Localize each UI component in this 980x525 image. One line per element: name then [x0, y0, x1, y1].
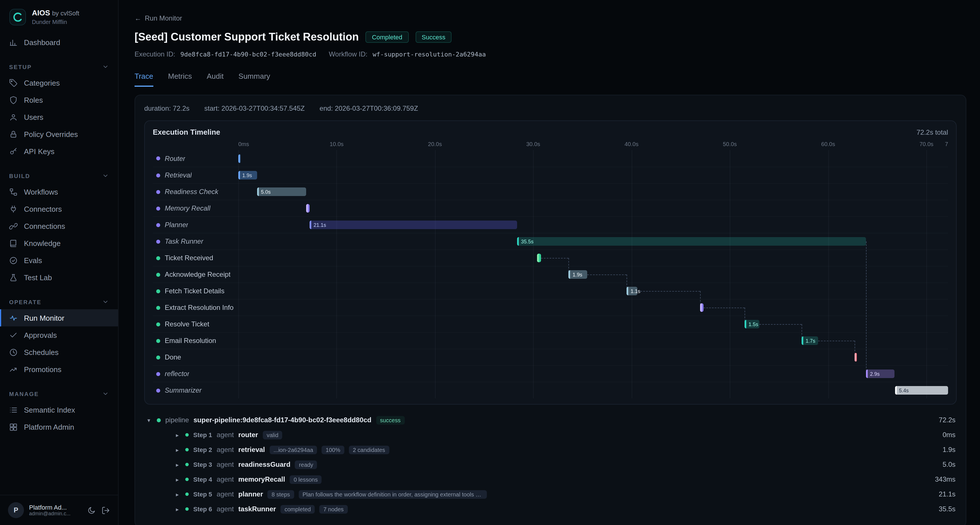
bar-duration-label: 35.5s — [517, 239, 534, 244]
timeline-bar-acknowledge-receipt[interactable]: 1.9s — [569, 270, 587, 279]
sidebar-item-knowledge[interactable]: Knowledge — [0, 235, 118, 252]
sidebar-item-approvals[interactable]: Approvals — [0, 326, 118, 343]
tab-audit[interactable]: Audit — [207, 72, 223, 87]
axis-tick: 70.0s — [920, 141, 934, 147]
node-dot — [156, 289, 160, 293]
step-row-memoryrecall[interactable]: ▸Step 4agentmemoryRecall0 lessons343ms — [145, 472, 956, 487]
sidebar-item-label: Approvals — [24, 331, 57, 339]
chevron-right-icon[interactable]: ▸ — [174, 476, 181, 482]
main-content: ← Run Monitor [Seed] Customer Support Ti… — [119, 0, 980, 525]
node-dot — [156, 306, 160, 310]
timeline-bar-router[interactable] — [238, 154, 240, 163]
chevron-right-icon[interactable]: ▸ — [174, 506, 181, 512]
ids-row: Execution ID: 9de8fca8-fd17-4b90-bc02-f3… — [135, 50, 966, 58]
timeline-bar-planner[interactable]: 21.1s — [310, 220, 517, 229]
sidebar-item-policy-overrides[interactable]: Policy Overrides — [0, 126, 118, 143]
pipeline-status-dot — [157, 418, 161, 422]
sidebar-section-title: SETUP — [9, 64, 32, 70]
pipeline-row[interactable]: ▾pipelinesuper-pipeline:9de8fca8-fd17-4b… — [145, 413, 956, 428]
sidebar-section-operate[interactable]: OPERATE — [0, 294, 118, 309]
bar-duration-label: 1.9s — [238, 172, 252, 178]
axis-tick: 10.0s — [329, 141, 344, 147]
sidebar-item-label: Schedules — [24, 348, 59, 356]
sidebar-section-build[interactable]: BUILD — [0, 168, 118, 183]
sidebar-item-users[interactable]: Users — [0, 109, 118, 126]
chevron-right-icon[interactable]: ▸ — [174, 447, 181, 453]
tab-summary[interactable]: Summary — [239, 72, 270, 87]
timeline-row-track: 35.5s — [238, 233, 948, 249]
chevron-right-icon[interactable]: ▸ — [174, 461, 181, 468]
sidebar-item-roles[interactable]: Roles — [0, 91, 118, 109]
timeline-row-label: Fetch Ticket Details — [153, 287, 238, 295]
timeline-row-label: Done — [153, 353, 238, 361]
timeline-bar-memory-recall[interactable] — [306, 204, 310, 212]
sidebar-item-categories[interactable]: Categories — [0, 74, 118, 91]
timeline-row-name: Done — [165, 353, 181, 361]
tab-metrics[interactable]: Metrics — [168, 72, 192, 87]
theme-toggle-moon-icon[interactable] — [87, 506, 96, 514]
sidebar-item-platform-admin[interactable]: Platform Admin — [0, 418, 118, 436]
sidebar-item-run-monitor[interactable]: Run Monitor — [0, 309, 118, 326]
sidebar-item-evals[interactable]: Evals — [0, 252, 118, 269]
timeline-bar-reflector[interactable]: 2.9s — [866, 370, 894, 378]
execution-id-value: 9de8fca8-fd17-4b90-bc02-f3eee8dd80cd — [180, 51, 317, 58]
timeline-bar-readiness-check[interactable]: 5.0s — [257, 187, 306, 196]
step-row-taskrunner[interactable]: ▸Step 6agenttaskRunnercompleted7 nodes35… — [145, 502, 956, 517]
user-card[interactable]: P Platform Ad... admin@admin.c... — [0, 495, 118, 525]
chevron-down-icon — [102, 63, 109, 70]
shield-icon — [9, 96, 18, 104]
timeline-bar-fetch-ticket-details[interactable]: 1.1s — [627, 287, 637, 295]
sidebar-item-label: Connections — [24, 222, 65, 230]
sidebar-item-api-keys[interactable]: API Keys — [0, 143, 118, 160]
chevron-down-icon[interactable]: ▾ — [145, 417, 152, 423]
sidebar-item-dashboard[interactable]: Dashboard — [0, 34, 118, 51]
agent-dot — [156, 156, 160, 160]
back-link-label: Run Monitor — [145, 14, 182, 22]
sidebar-item-label: Workflows — [24, 187, 58, 196]
trace-panel: duration: 72.2s start: 2026-03-27T00:34:… — [135, 95, 966, 525]
sidebar-item-semantic-index[interactable]: Semantic Index — [0, 401, 118, 418]
sidebar-item-promotions[interactable]: Promotions — [0, 361, 118, 378]
step-kind: agent — [216, 490, 234, 498]
tab-trace[interactable]: Trace — [135, 72, 153, 87]
step-duration: 21.1s — [939, 490, 956, 498]
sidebar-section-manage[interactable]: MANAGE — [0, 386, 118, 401]
timeline-row-label: Retrieval — [153, 171, 238, 179]
timeline-bar-retrieval[interactable]: 1.9s — [238, 171, 257, 179]
chevron-right-icon[interactable]: ▸ — [174, 491, 181, 497]
timeline-bar-done[interactable] — [854, 353, 857, 362]
sidebar-item-label: Dashboard — [24, 38, 60, 46]
axis-tick: 60.0s — [821, 141, 835, 147]
step-status-dot — [185, 433, 189, 437]
timeline-bar-task-runner[interactable]: 35.5s — [517, 237, 866, 246]
step-row-planner[interactable]: ▸Step 5agentplanner8 stepsPlan follows t… — [145, 487, 956, 502]
timeline-bar-extract-resolution-info[interactable] — [700, 303, 704, 312]
axis-tick: 20.0s — [428, 141, 442, 147]
app-root: AIOS by cvlSoft Dunder Mifflin Dashboard… — [0, 0, 980, 525]
step-badge: ready — [295, 460, 317, 469]
run-duration: duration: 72.2s — [144, 104, 189, 112]
axis-tick: 50.0s — [723, 141, 737, 147]
step-row-readinessguard[interactable]: ▸Step 3agentreadinessGuardready5.0s — [145, 457, 956, 472]
timeline-bar-email-resolution[interactable]: 1.7s — [802, 337, 818, 345]
agent-dot — [156, 206, 160, 210]
logout-icon[interactable] — [102, 506, 110, 514]
sidebar-item-label: Semantic Index — [24, 405, 75, 414]
sidebar-item-workflows[interactable]: Workflows — [0, 183, 118, 200]
run-start-time: start: 2026-03-27T00:34:57.545Z — [204, 104, 305, 112]
step-row-router[interactable]: ▸Step 1agentroutervalid0ms — [145, 428, 956, 442]
sidebar-section-setup[interactable]: SETUP — [0, 59, 118, 74]
sidebar-item-connections[interactable]: Connections — [0, 217, 118, 235]
trending-up-icon — [9, 365, 18, 373]
step-row-retrieval[interactable]: ▸Step 2agentretrieval...ion-2a6294aa100%… — [145, 442, 956, 457]
back-link[interactable]: ← Run Monitor — [135, 14, 182, 22]
sidebar-item-connectors[interactable]: Connectors — [0, 200, 118, 217]
sidebar-item-schedules[interactable]: Schedules — [0, 343, 118, 361]
check-circle-icon — [9, 256, 18, 265]
chevron-right-icon[interactable]: ▸ — [174, 432, 181, 438]
timeline-bar-resolve-ticket[interactable]: 1.5s — [745, 320, 759, 329]
timeline-bar-summarizer[interactable]: 5.4s — [895, 386, 948, 394]
timeline-bar-ticket-received[interactable] — [537, 254, 541, 262]
timeline-row-name: Planner — [165, 221, 188, 229]
sidebar-item-test-lab[interactable]: Test Lab — [0, 269, 118, 286]
